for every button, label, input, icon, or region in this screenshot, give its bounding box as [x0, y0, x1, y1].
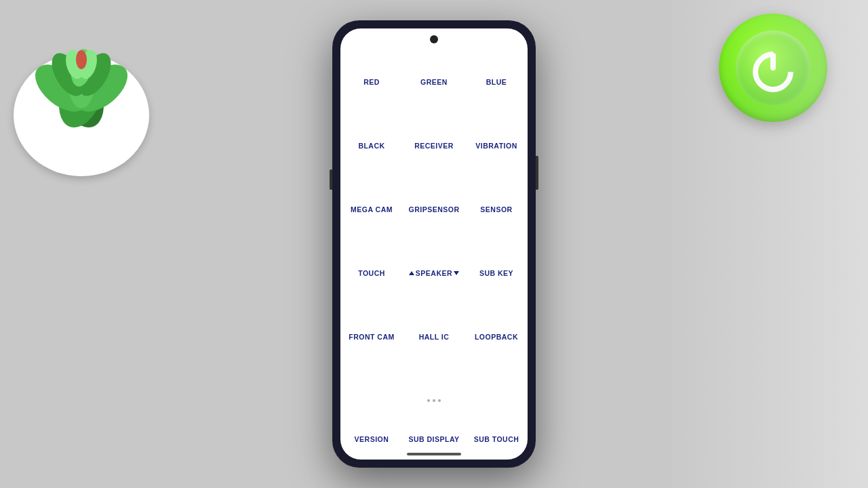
side-button-right [536, 156, 538, 190]
svg-point-10 [76, 50, 87, 69]
blue-button[interactable]: BLUE [465, 50, 528, 114]
front-camera-dot [430, 35, 438, 43]
home-indicator [407, 453, 461, 455]
red-button[interactable]: RED [340, 50, 403, 114]
front-cam-button[interactable]: FRONT CAM [340, 305, 403, 369]
speaker-button[interactable]: SPEAKER [403, 241, 465, 305]
sub-display-button[interactable]: SUB DISPLAY [403, 432, 465, 446]
plant-decoration [0, 0, 190, 190]
speaker-tri-up-icon [409, 271, 414, 275]
version-button[interactable]: VERSION [340, 432, 403, 446]
loopback-button[interactable]: LOOPBACK [465, 305, 528, 369]
loading-indicator [340, 369, 528, 432]
touch-button[interactable]: TOUCH [340, 241, 403, 305]
sensor-button[interactable]: SENSOR [465, 178, 528, 241]
loading-dot-3 [438, 399, 441, 402]
fabric-decoration [665, 0, 868, 488]
phone-screen: RED GREEN BLUE BLACK RECEIVER VIBRATION … [340, 28, 528, 460]
gripsensor-button[interactable]: GRIPSENSOR [403, 178, 465, 241]
loading-dot-2 [433, 399, 435, 402]
sub-touch-button[interactable]: SUB TOUCH [465, 432, 528, 446]
loading-dot-1 [427, 399, 430, 402]
side-button-left [330, 169, 332, 190]
speaker-tri-down-icon [454, 271, 459, 275]
green-button[interactable]: GREEN [403, 50, 465, 114]
vibration-button[interactable]: VIBRATION [465, 114, 528, 178]
hall-ic-button[interactable]: HALL IC [403, 305, 465, 369]
sub-key-button[interactable]: SUB KEY [465, 241, 528, 305]
phone-device: RED GREEN BLUE BLACK RECEIVER VIBRATION … [332, 20, 536, 468]
receiver-button[interactable]: RECEIVER [403, 114, 465, 178]
mega-cam-button[interactable]: MEGA CAM [340, 178, 403, 241]
plant-leaves [20, 27, 142, 136]
black-button[interactable]: BLACK [340, 114, 403, 178]
test-button-grid: RED GREEN BLUE BLACK RECEIVER VIBRATION … [340, 43, 528, 453]
